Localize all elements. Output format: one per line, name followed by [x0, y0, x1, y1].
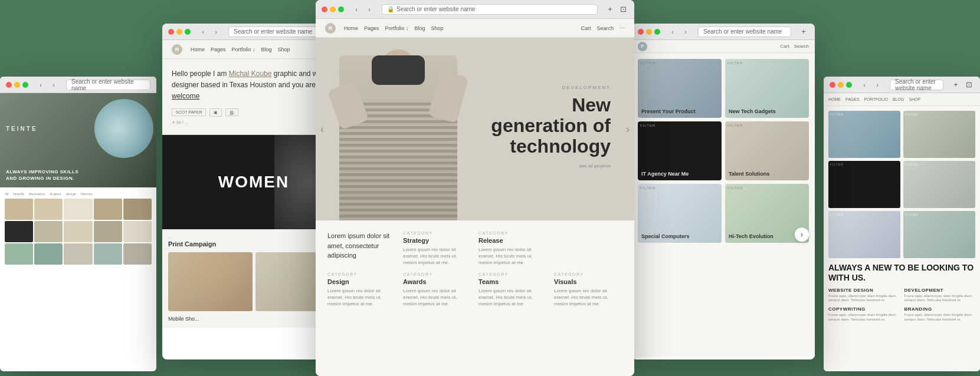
right-back[interactable]: ‹ [667, 27, 678, 37]
fr-browser-actions: + ⊡ [950, 80, 974, 90]
fr-grid: FILTER FILTER FILTER FILTER FILTER FILTE… [828, 111, 975, 258]
main-traffic-lights [322, 6, 344, 12]
thumb-6 [5, 221, 33, 242]
nav-shop[interactable]: Shop [278, 47, 290, 52]
fr-services: WEBSITE DESIGN Fusce eget, ullamcorper d… [828, 288, 975, 322]
close-left[interactable] [168, 29, 174, 35]
cart-link[interactable]: Cart [581, 25, 591, 31]
traffic-lights-left [168, 29, 191, 35]
thumb-1 [5, 199, 33, 220]
fr-toolbar: ‹ › Search or enter website name + ⊡ [824, 77, 980, 93]
fr-duplicate[interactable]: ⊡ [963, 80, 974, 90]
fr-nav-blog[interactable]: BLOG [893, 97, 904, 101]
maximize-left[interactable] [185, 29, 191, 35]
cat-strategy-text: Lorem ipsum rev dolor sit eramet. His br… [403, 246, 471, 266]
rc5-title: Special Computers [641, 233, 690, 239]
right-forward[interactable]: › [680, 27, 691, 37]
main-site-nav: R Home Pages Portfolio ↓ Blog Shop Cart … [316, 19, 634, 38]
fr-nav-shop[interactable]: SHOP [909, 97, 920, 101]
logo-box: ▣ [209, 108, 222, 117]
hero-next-button[interactable]: › [626, 123, 630, 136]
hero-prev-button[interactable]: ‹ [320, 123, 324, 136]
rc3-title: IT Agency Near Me [641, 171, 689, 177]
fr-nav-home[interactable]: HOME [828, 97, 841, 101]
main-nav-blog[interactable]: Blog [415, 25, 425, 31]
fr-maximize[interactable] [846, 82, 852, 88]
right-next-btn[interactable]: › [795, 227, 809, 242]
fr-new-tab[interactable]: + [950, 80, 961, 90]
fr-service-copy: COPYWRITING Fusce eget, ullamcorper diam… [828, 306, 900, 322]
nav-portfolio[interactable]: Portfolio ↓ [232, 47, 255, 52]
nav-home[interactable]: Home [191, 47, 205, 52]
new-tab-button[interactable]: + [605, 4, 615, 15]
main-nav-pages[interactable]: Pages [364, 25, 379, 31]
thumb-5 [123, 199, 152, 220]
right-site-nav: P Cart Search [632, 40, 815, 53]
hero-cta[interactable]: see all projects [481, 163, 611, 169]
far-left-toolbar: ‹ › Search or enter website name [0, 77, 156, 93]
rc2-label: FILTER [727, 61, 743, 65]
main-back[interactable]: ‹ [351, 4, 362, 15]
cat-strategy: CATEGORY Strategy Lorem ipsum rev dolor … [403, 231, 471, 266]
thumb-12 [34, 243, 63, 265]
fl-hero-text: TEINTE ALWAYS IMPROVING SKILLSAND GROWIN… [6, 125, 78, 182]
main-maximize[interactable] [338, 6, 344, 12]
main-nav-shop[interactable]: Shop [431, 25, 444, 31]
main-browser-actions: + ⊡ [605, 4, 628, 15]
fr-address[interactable]: Search or enter website name [890, 80, 943, 90]
content-intro: Lorem ipsum dolor sit amet, consectetur … [327, 231, 396, 266]
main-nav-home[interactable]: Home [344, 25, 358, 31]
right-traffic-lights [638, 29, 660, 35]
main-close[interactable] [322, 6, 327, 12]
forward-button[interactable]: › [48, 80, 59, 90]
fr-nav-portfolio[interactable]: PORTFOLIO [864, 97, 888, 101]
back-button[interactable]: ‹ [35, 80, 46, 90]
menu-icon[interactable]: ⋯ [620, 25, 625, 31]
fr-dev-title: DEVELOPMENT [904, 288, 976, 293]
right-cart[interactable]: Cart [781, 44, 789, 49]
bio-welcome: welcome [172, 92, 199, 100]
close-button[interactable] [6, 82, 12, 88]
cat-awards-title: Awards [403, 278, 471, 285]
main-content: Lorem ipsum dolor sit amet, consectetur … [316, 220, 634, 376]
main-nav-links: Home Pages Portfolio ↓ Blog Shop [344, 25, 444, 31]
forward-left[interactable]: › [211, 27, 221, 37]
cat-design-label: CATEGORY [327, 272, 396, 276]
right-address[interactable]: Search or enter website name [698, 27, 791, 37]
fr-close[interactable] [830, 82, 835, 88]
duplicate-tab-button[interactable]: ⊡ [618, 4, 628, 15]
main-forward[interactable]: › [364, 4, 375, 15]
address-bar[interactable]: Search or enter website name [66, 80, 150, 90]
main-nav-portfolio[interactable]: Portfolio ↓ [385, 25, 409, 31]
right-new-tab[interactable]: + [798, 27, 809, 37]
cat-release-text: Lorem ipsum rev dolor sit eramet. His br… [478, 246, 547, 266]
fr-forward[interactable]: › [872, 80, 883, 90]
minimize-left[interactable] [176, 29, 182, 35]
fr-nav-pages[interactable]: PAGES [845, 97, 860, 101]
back-left[interactable]: ‹ [198, 27, 208, 37]
fr-card-4: FILTER [903, 161, 975, 208]
right-search[interactable]: Search [794, 44, 809, 49]
right-maximize[interactable] [654, 29, 660, 35]
nav-pages[interactable]: Pages [211, 47, 226, 52]
logo-brand: |||. [225, 108, 238, 116]
right-toolbar: ‹ › Search or enter website name + [632, 24, 815, 40]
search-link[interactable]: Search [596, 25, 614, 31]
fr-minimize[interactable] [838, 82, 844, 88]
fr-content: FILTER FILTER FILTER FILTER FILTER FILTE… [824, 106, 980, 371]
thumb-3 [64, 199, 92, 220]
fl-grid [5, 199, 152, 265]
main-browser: ‹ › 🔒 Search or enter website name + ⊡ R… [316, 0, 634, 376]
main-address[interactable]: 🔒 Search or enter website name [382, 4, 598, 15]
maximize-button[interactable] [22, 82, 28, 88]
nav-blog[interactable]: Blog [261, 47, 272, 52]
left-address-text: Search or enter website name [234, 28, 312, 35]
right-minimize[interactable] [646, 29, 652, 35]
mobile-shop-label: Mobile Sho... [168, 316, 339, 322]
thumb-8 [64, 221, 92, 242]
right-close[interactable] [638, 29, 644, 35]
cat-visuals-text: Lorem ipsum rev dolor sit eramet. His br… [554, 288, 622, 308]
minimize-button[interactable] [14, 82, 20, 88]
main-minimize[interactable] [330, 6, 336, 12]
fr-back[interactable]: ‹ [859, 80, 870, 90]
